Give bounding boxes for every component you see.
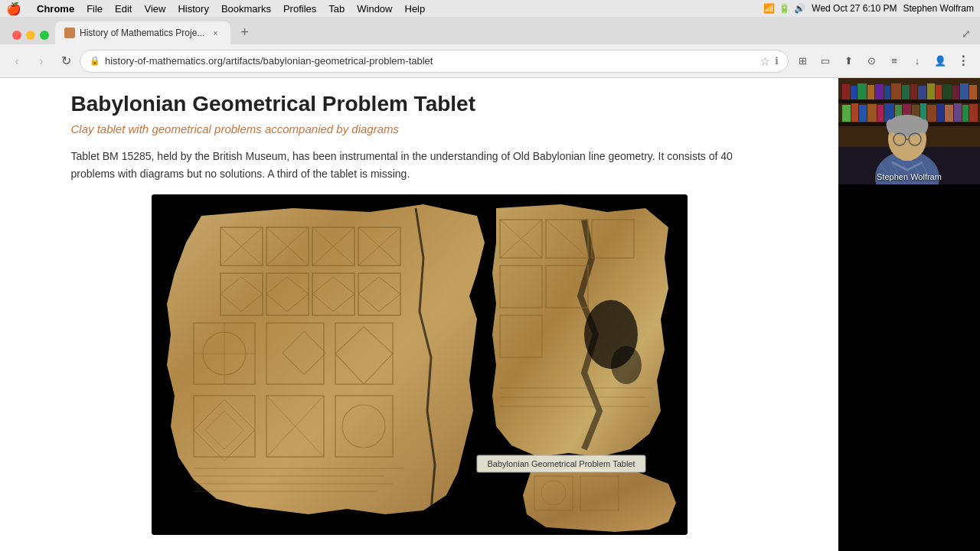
tabbar: History of Mathematics Proje... × + ⤢ <box>0 17 980 44</box>
menu-button[interactable]: ⋮ <box>952 51 974 72</box>
svg-rect-69 <box>902 85 910 99</box>
svg-rect-74 <box>942 84 952 99</box>
webcam-video: Stephen Wolfram <box>838 78 980 184</box>
battery-icon: 🔋 <box>779 3 790 14</box>
menubar-view[interactable]: View <box>144 3 165 15</box>
reader-mode-button[interactable]: ≡ <box>884 51 905 72</box>
web-inner: Babylonian Geometrical Problem Tablet Cl… <box>41 78 799 551</box>
menubar: 🍎 Chrome File Edit View History Bookmark… <box>0 0 980 17</box>
svg-rect-93 <box>969 104 978 122</box>
svg-rect-82 <box>877 105 884 122</box>
close-window-button[interactable] <box>12 31 21 40</box>
svg-rect-70 <box>910 84 917 99</box>
svg-point-97 <box>888 115 926 136</box>
svg-rect-62 <box>842 84 850 99</box>
extensions-button[interactable]: ⊞ <box>792 51 813 72</box>
web-content[interactable]: Babylonian Geometrical Problem Tablet Cl… <box>0 78 838 551</box>
svg-rect-73 <box>936 85 942 99</box>
webcam-name: Stephen Wolfram <box>838 172 980 181</box>
svg-rect-88 <box>927 105 936 122</box>
svg-rect-90 <box>945 105 953 122</box>
webcam-background-svg <box>838 78 980 184</box>
menubar-edit[interactable]: Edit <box>115 3 132 15</box>
datetime: Wed Oct 27 6:10 PM <box>812 3 897 14</box>
tabbar-right: ⤢ <box>959 26 974 44</box>
webcam-panel: Stephen Wolfram <box>838 78 980 551</box>
menubar-window[interactable]: Window <box>357 3 392 15</box>
artifact-image: Babylonian Geometrical Problem Tablet <box>152 194 688 535</box>
sound-icon: 🔊 <box>794 3 805 14</box>
svg-rect-81 <box>867 104 877 122</box>
maximize-window-button[interactable] <box>40 31 49 40</box>
bookmark-star-icon[interactable]: ☆ <box>760 55 770 67</box>
svg-rect-89 <box>937 104 944 122</box>
main-layout: Babylonian Geometrical Problem Tablet Cl… <box>0 78 980 551</box>
tab-favicon <box>64 28 75 38</box>
url-text: history-of-mathematics.org/artifacts/bab… <box>105 55 756 67</box>
artifact-image-container: Babylonian Geometrical Problem Tablet <box>152 194 688 535</box>
svg-rect-79 <box>851 103 858 122</box>
menubar-tab[interactable]: Tab <box>328 3 345 15</box>
window-controls <box>6 31 55 44</box>
cast-button[interactable]: ▭ <box>815 51 836 72</box>
profile-button[interactable]: 👤 <box>929 51 951 72</box>
svg-rect-80 <box>859 105 867 122</box>
tablet-svg: Babylonian Geometrical Problem Tablet <box>155 197 684 533</box>
page-title: Babylonian Geometrical Problem Tablet <box>71 90 768 118</box>
menubar-right: 📶 🔋 🔊 Wed Oct 27 6:10 PM Stephen Wolfram <box>763 3 974 14</box>
svg-rect-64 <box>858 83 867 99</box>
menubar-chrome[interactable]: Chrome <box>37 3 74 15</box>
svg-rect-65 <box>867 85 874 99</box>
svg-rect-77 <box>969 85 977 99</box>
traffic-lights <box>12 31 49 40</box>
svg-rect-72 <box>927 83 935 99</box>
svg-rect-67 <box>884 86 890 99</box>
svg-point-41 <box>611 346 642 384</box>
navbar: ‹ › ↻ 🔒 history-of-mathematics.org/artif… <box>0 44 980 78</box>
lock-icon: 🔒 <box>90 56 100 66</box>
active-tab[interactable]: History of Mathematics Proje... × <box>55 21 230 44</box>
svg-rect-63 <box>851 86 857 99</box>
svg-rect-66 <box>875 84 884 99</box>
bottom-description: This tablet, dated to around 1900–1600 B… <box>71 547 768 551</box>
bookmark-button[interactable]: ⊙ <box>861 51 882 72</box>
menubar-history[interactable]: History <box>178 3 208 15</box>
menubar-bookmarks[interactable]: Bookmarks <box>221 3 271 15</box>
menubar-profiles[interactable]: Profiles <box>283 3 316 15</box>
page-subtitle: Clay tablet with geometrical problems ac… <box>71 122 768 135</box>
address-icons: ☆ ℹ <box>760 55 779 67</box>
svg-rect-68 <box>891 83 901 99</box>
tab-close-button[interactable]: × <box>209 27 221 39</box>
share-button[interactable]: ⬆ <box>838 51 859 72</box>
svg-rect-60 <box>838 99 980 103</box>
svg-rect-75 <box>952 86 959 99</box>
wifi-icon: 📶 <box>763 3 775 14</box>
webcam-rest-area <box>838 184 980 551</box>
svg-rect-71 <box>918 86 926 99</box>
svg-rect-76 <box>960 83 969 99</box>
user-name[interactable]: Stephen Wolfram <box>903 3 975 14</box>
browser: History of Mathematics Proje... × + ⤢ ‹ … <box>0 17 980 551</box>
svg-rect-92 <box>962 105 969 122</box>
downloads-button[interactable]: ↓ <box>906 51 928 72</box>
minimize-window-button[interactable] <box>26 31 35 40</box>
info-icon[interactable]: ℹ <box>775 55 779 67</box>
svg-rect-91 <box>954 103 962 122</box>
apple-icon: 🍎 <box>6 2 21 16</box>
menubar-file[interactable]: File <box>87 3 103 15</box>
page-description: Tablet BM 15285, held by the British Mus… <box>71 148 768 182</box>
nav-extras: ⊞ ▭ ⬆ ⊙ ≡ ↓ 👤 ⋮ <box>792 51 974 72</box>
tab-title: History of Mathematics Proje... <box>80 28 204 38</box>
menubar-help[interactable]: Help <box>405 3 426 15</box>
window-expand-icon[interactable]: ⤢ <box>959 26 974 41</box>
back-button[interactable]: ‹ <box>6 51 28 72</box>
image-tooltip-text: Babylonian Geometrical Problem Tablet <box>487 459 635 468</box>
forward-button[interactable]: › <box>31 51 52 72</box>
new-tab-button[interactable]: + <box>234 21 255 43</box>
menubar-icons: 📶 🔋 🔊 <box>763 3 805 14</box>
address-bar[interactable]: 🔒 history-of-mathematics.org/artifacts/b… <box>80 50 789 73</box>
refresh-button[interactable]: ↻ <box>55 51 77 72</box>
svg-rect-78 <box>842 105 851 122</box>
